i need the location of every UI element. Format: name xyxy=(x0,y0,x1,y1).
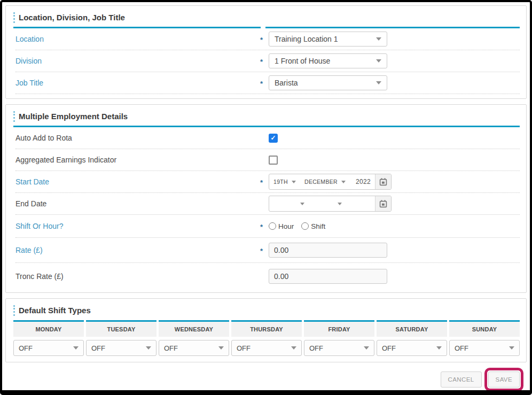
chevron-down-icon xyxy=(436,346,442,350)
chevron-down-icon xyxy=(338,203,342,205)
form-row-job-title: Job Title * Barista xyxy=(15,72,520,94)
chevron-down-icon xyxy=(341,181,346,183)
form-row-auto-add-to-rota: Auto Add to Rota ✓ xyxy=(15,127,520,149)
shift-col-tuesday: TUESDAY OFF xyxy=(86,320,157,356)
form-row-end-date: End Date xyxy=(15,193,520,215)
shift-col-thursday: THURSDAY OFF xyxy=(231,320,302,356)
required-marker: * xyxy=(260,34,269,44)
section-multiple-employment-details: Multiple Employment Details Auto Add to … xyxy=(5,104,527,293)
cancel-button[interactable]: CANCEL xyxy=(441,371,482,388)
underline-left-segment xyxy=(13,27,261,28)
day-header-saturday: SATURDAY xyxy=(377,320,447,337)
monday-shift-dropdown[interactable]: OFF xyxy=(13,340,84,356)
day-header-monday: MONDAY xyxy=(13,320,84,337)
end-date-label: End Date xyxy=(15,199,260,208)
section-title: Location, Division, Job Title xyxy=(13,12,520,23)
auto-add-to-rota-label: Auto Add to Rota xyxy=(15,134,260,142)
form-row-rate: Rate (£) * xyxy=(15,238,520,263)
start-date-month-value: DECEMBER xyxy=(304,179,338,185)
shift-or-hour-label[interactable]: Shift Or Hour? xyxy=(15,222,260,230)
saturday-shift-dropdown[interactable]: OFF xyxy=(377,340,447,356)
day-header-sunday: SUNDAY xyxy=(449,320,520,337)
radio-icon xyxy=(301,222,309,230)
chevron-down-icon xyxy=(364,346,369,350)
radio-option-hour[interactable]: Hour xyxy=(269,222,294,230)
wednesday-shift-value: OFF xyxy=(164,344,178,352)
start-date-month-dropdown[interactable]: DECEMBER xyxy=(304,179,356,185)
underline-full xyxy=(13,126,520,127)
chevron-down-icon xyxy=(509,346,514,350)
tronc-rate-input[interactable] xyxy=(269,269,387,284)
sunday-shift-dropdown[interactable]: OFF xyxy=(449,340,520,356)
section-underline xyxy=(13,27,520,28)
shift-col-sunday: SUNDAY OFF xyxy=(449,320,520,356)
chevron-down-icon xyxy=(300,203,304,205)
chevron-down-icon xyxy=(292,181,296,183)
rate-input[interactable] xyxy=(269,243,387,258)
wednesday-shift-dropdown[interactable]: OFF xyxy=(159,340,229,356)
calendar-icon xyxy=(379,178,387,186)
section-location-division-jobtitle: Location, Division, Job Title Location *… xyxy=(5,5,527,99)
division-label[interactable]: Division xyxy=(15,57,260,65)
chevron-down-icon xyxy=(146,346,151,350)
form-row-start-date: Start Date * 19TH DECEMBER 2022 xyxy=(15,171,520,193)
thursday-shift-value: OFF xyxy=(237,344,251,352)
shift-or-hour-radio-group: Hour Shift xyxy=(269,222,325,230)
required-marker: * xyxy=(260,245,269,255)
job-title-label[interactable]: Job Title xyxy=(15,79,260,87)
tuesday-shift-value: OFF xyxy=(91,344,105,352)
day-header-tuesday: TUESDAY xyxy=(86,320,157,337)
end-date-calendar-button[interactable] xyxy=(375,196,391,211)
end-date-day-dropdown[interactable] xyxy=(273,203,304,205)
required-marker: * xyxy=(260,78,269,88)
required-marker: * xyxy=(260,56,269,66)
chevron-down-icon xyxy=(376,81,381,84)
aggregated-earnings-checkbox[interactable] xyxy=(269,156,278,165)
start-date-calendar-button[interactable] xyxy=(375,174,391,189)
day-header-thursday: THURSDAY xyxy=(231,320,302,337)
shift-col-saturday: SATURDAY OFF xyxy=(377,320,447,356)
sunday-shift-value: OFF xyxy=(455,344,468,352)
chevron-down-icon xyxy=(376,59,381,63)
radio-icon xyxy=(269,222,276,230)
end-date-control xyxy=(269,196,392,212)
monday-shift-value: OFF xyxy=(19,344,33,352)
location-dropdown[interactable]: Training Location 1 xyxy=(269,32,387,47)
section-underline xyxy=(13,126,520,127)
form-row-division: Division * 1 Front of House xyxy=(15,50,520,72)
chevron-down-icon xyxy=(376,37,381,41)
checkmark-icon: ✓ xyxy=(270,135,276,141)
start-date-year-value: 2022 xyxy=(356,178,371,185)
friday-shift-dropdown[interactable]: OFF xyxy=(304,340,374,356)
day-header-wednesday: WEDNESDAY xyxy=(159,320,229,337)
radio-hour-label: Hour xyxy=(278,222,294,230)
aggregated-earnings-label: Aggregated Earnings Indicator xyxy=(15,156,260,164)
auto-add-to-rota-checkbox[interactable]: ✓ xyxy=(269,134,278,143)
thursday-shift-dropdown[interactable]: OFF xyxy=(231,340,302,356)
required-marker: * xyxy=(260,177,269,187)
rate-label[interactable]: Rate (£) xyxy=(15,246,260,254)
chevron-down-icon xyxy=(73,346,79,350)
radio-option-shift[interactable]: Shift xyxy=(301,222,325,230)
chevron-down-icon xyxy=(291,346,296,350)
tronc-rate-label: Tronc Rate (£) xyxy=(15,272,260,281)
start-date-control: 19TH DECEMBER 2022 xyxy=(269,174,392,190)
end-date-month-dropdown[interactable] xyxy=(304,203,371,205)
division-dropdown[interactable]: 1 Front of House xyxy=(269,53,387,68)
job-title-dropdown[interactable]: Barista xyxy=(269,75,387,90)
start-date-label[interactable]: Start Date xyxy=(15,177,260,186)
form-row-location: Location * Training Location 1 xyxy=(15,28,520,50)
saturday-shift-value: OFF xyxy=(382,344,396,352)
section-default-shift-types: Default Shift Types MONDAY OFF TUESDAY O… xyxy=(5,298,527,362)
tuesday-shift-dropdown[interactable]: OFF xyxy=(86,340,157,356)
shift-types-table: MONDAY OFF TUESDAY OFF WEDNESDAY OFF THU… xyxy=(13,320,520,356)
shift-col-wednesday: WEDNESDAY OFF xyxy=(159,320,229,356)
form-row-aggregated-earnings: Aggregated Earnings Indicator xyxy=(15,149,520,171)
start-date-day-value: 19TH xyxy=(273,179,288,185)
section-title: Default Shift Types xyxy=(13,305,520,316)
start-date-day-dropdown[interactable]: 19TH xyxy=(273,179,304,185)
location-label[interactable]: Location xyxy=(15,35,260,43)
save-button[interactable]: SAVE xyxy=(488,371,520,388)
day-header-friday: FRIDAY xyxy=(304,320,374,337)
section-title: Multiple Employment Details xyxy=(13,111,520,122)
